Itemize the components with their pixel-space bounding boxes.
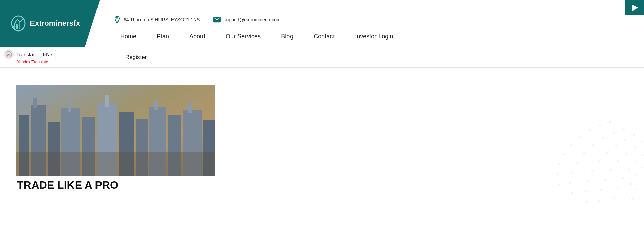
svg-point-32 (570, 144, 572, 146)
svg-point-67 (622, 177, 624, 179)
logo-icon (10, 14, 27, 33)
svg-rect-3 (13, 26, 15, 29)
svg-rect-2 (19, 22, 20, 29)
svg-point-49 (606, 152, 608, 154)
nav-area: 64 Thornton StHURSLEYSO21 1NS support@ex… (100, 0, 644, 47)
svg-point-42 (576, 162, 578, 164)
svg-point-74 (630, 183, 632, 185)
svg-point-79 (641, 181, 642, 182)
hero-left: TRADE LIKE A PRO (0, 75, 220, 203)
translate-row: A あ Translate EN ▾ (4, 49, 56, 59)
svg-point-48 (615, 145, 617, 147)
svg-point-47 (624, 139, 626, 141)
svg-point-39 (602, 137, 604, 139)
svg-point-52 (587, 180, 589, 182)
svg-point-68 (617, 187, 619, 188)
svg-point-38 (613, 132, 615, 134)
svg-point-46 (633, 134, 635, 137)
nav-home[interactable]: Home (110, 29, 147, 43)
svg-point-28 (609, 121, 611, 123)
nav-register[interactable]: Register (115, 51, 157, 63)
nav-plan[interactable]: Plan (147, 29, 179, 43)
svg-point-60 (604, 179, 606, 181)
svg-point-29 (599, 124, 601, 126)
svg-point-51 (591, 170, 593, 172)
svg-point-69 (613, 197, 615, 199)
svg-point-45 (571, 192, 573, 194)
city-skyline-svg (16, 85, 215, 176)
translate-icon: A あ (4, 49, 14, 59)
svg-rect-12 (33, 98, 37, 108)
svg-point-81 (632, 198, 634, 200)
email-text: support@extrominerfx.com (223, 17, 280, 22)
svg-point-43 (571, 172, 573, 174)
svg-point-76 (623, 203, 625, 204)
nav-investor-login[interactable]: Investor Login (345, 29, 403, 43)
svg-point-54 (586, 201, 588, 203)
main-nav: Home Plan About Our Services Blog Contac… (110, 29, 644, 43)
svg-point-50 (598, 160, 600, 162)
youtube-button[interactable] (625, 0, 644, 15)
map-icon (113, 16, 121, 23)
address-text: 64 Thornton StHURSLEYSO21 1NS (124, 17, 200, 22)
nav-our-services[interactable]: Our Services (215, 29, 271, 43)
secondary-nav: Register (0, 47, 644, 68)
svg-point-36 (558, 184, 560, 186)
yandex-label: Yandex Translate (17, 60, 48, 64)
svg-point-4 (116, 18, 118, 19)
svg-point-34 (558, 163, 560, 165)
svg-point-73 (636, 175, 638, 177)
nav-contact[interactable]: Contact (303, 29, 345, 43)
svg-point-40 (592, 144, 594, 146)
svg-point-35 (557, 173, 559, 175)
svg-text:あ: あ (9, 54, 11, 56)
svg-point-66 (628, 169, 630, 170)
email-item: support@extrominerfx.com (213, 16, 280, 23)
svg-point-56 (634, 146, 636, 148)
logo-area: Extrominersfx (0, 0, 100, 47)
svg-point-80 (636, 189, 638, 190)
svg-rect-1 (16, 24, 18, 29)
svg-rect-15 (68, 102, 71, 112)
translate-bar: A あ Translate EN ▾ Yandex Translate (0, 47, 60, 67)
svg-point-37 (623, 128, 625, 130)
address-item: 64 Thornton StHURSLEYSO21 1NS (113, 16, 200, 23)
svg-point-44 (569, 182, 571, 184)
svg-point-53 (585, 191, 587, 193)
svg-point-72 (642, 167, 644, 169)
dots-pattern (407, 95, 644, 203)
svg-point-57 (625, 153, 627, 155)
trade-label: TRADE LIKE A PRO (16, 179, 220, 191)
svg-point-65 (636, 161, 637, 163)
header-bar: Extrominersfx 64 Thornton StHURSLEYSO21 … (0, 0, 644, 47)
svg-point-31 (579, 136, 581, 138)
svg-point-62 (598, 200, 600, 202)
svg-rect-27 (16, 152, 215, 176)
svg-point-59 (610, 169, 612, 171)
svg-point-61 (600, 189, 602, 191)
svg-rect-22 (154, 100, 158, 110)
nav-blog[interactable]: Blog (271, 29, 303, 43)
lang-code: EN (43, 51, 49, 57)
svg-point-75 (626, 193, 628, 194)
site-header: Extrominersfx 64 Thornton StHURSLEYSO21 … (0, 0, 644, 68)
play-icon (632, 4, 638, 11)
logo[interactable]: Extrominersfx (10, 14, 80, 33)
contact-bar: 64 Thornton StHURSLEYSO21 1NS support@ex… (110, 13, 644, 26)
language-selector[interactable]: EN ▾ (40, 50, 56, 58)
nav-about[interactable]: About (179, 29, 215, 43)
city-image (16, 85, 215, 176)
svg-rect-18 (105, 95, 109, 107)
svg-point-64 (643, 154, 644, 156)
chevron-down-icon: ▾ (51, 52, 53, 57)
svg-point-41 (583, 152, 585, 154)
svg-rect-25 (188, 103, 192, 113)
translate-button[interactable]: Translate (16, 51, 37, 57)
hero-right (220, 75, 644, 203)
email-icon (213, 16, 221, 23)
svg-point-33 (563, 153, 565, 155)
svg-point-30 (589, 129, 591, 131)
logo-text: Extrominersfx (30, 19, 80, 28)
svg-point-55 (641, 141, 643, 143)
svg-point-58 (617, 160, 619, 162)
